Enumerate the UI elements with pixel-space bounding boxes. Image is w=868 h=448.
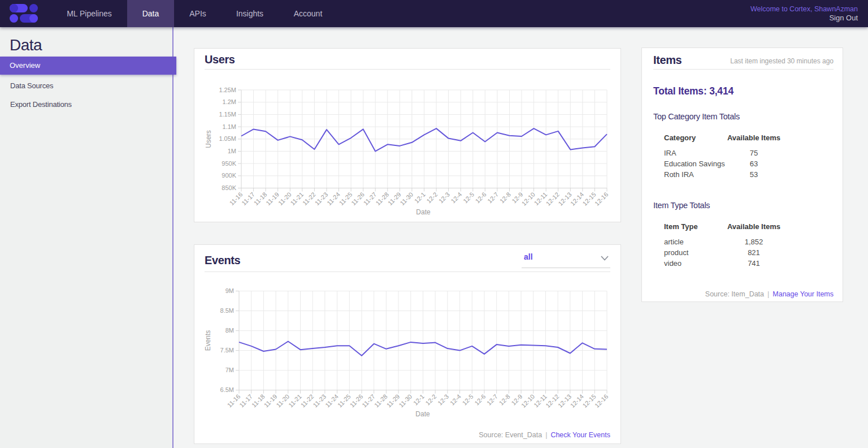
svg-text:12-14: 12-14: [568, 393, 584, 408]
svg-text:11-25: 11-25: [336, 393, 351, 408]
svg-text:12-16: 12-16: [593, 393, 609, 408]
svg-text:11-21: 11-21: [289, 191, 305, 206]
svg-text:7M: 7M: [225, 367, 233, 373]
svg-text:11-28: 11-28: [373, 393, 389, 408]
svg-text:900K: 900K: [222, 172, 236, 179]
svg-text:12-13: 12-13: [556, 393, 572, 408]
svg-text:12-3: 12-3: [436, 393, 450, 406]
svg-text:11-20: 11-20: [276, 191, 292, 206]
svg-text:11-20: 11-20: [275, 393, 290, 408]
svg-text:11-25: 11-25: [337, 191, 353, 206]
svg-text:12-1: 12-1: [411, 393, 425, 406]
svg-text:11-30: 11-30: [397, 393, 413, 408]
svg-text:12-12: 12-12: [544, 393, 560, 408]
svg-text:12-4: 12-4: [449, 191, 463, 204]
svg-text:12-5: 12-5: [462, 191, 475, 204]
svg-text:6.5M: 6.5M: [220, 386, 233, 393]
svg-text:12-8: 12-8: [497, 393, 511, 406]
svg-text:11-16: 11-16: [228, 191, 244, 206]
svg-text:1.05M: 1.05M: [219, 135, 236, 142]
svg-text:12-13: 12-13: [557, 191, 572, 206]
svg-text:850K: 850K: [222, 184, 236, 191]
svg-text:11-23: 11-23: [313, 191, 329, 206]
svg-text:11-18: 11-18: [250, 393, 266, 408]
svg-text:11-18: 11-18: [252, 191, 268, 206]
svg-text:12-15: 12-15: [581, 393, 597, 408]
svg-text:Date: Date: [416, 208, 431, 216]
svg-text:12-14: 12-14: [568, 191, 584, 206]
svg-text:1M: 1M: [227, 147, 236, 154]
svg-text:12-3: 12-3: [437, 191, 450, 204]
svg-text:11-17: 11-17: [240, 191, 256, 206]
svg-text:12-12: 12-12: [544, 191, 560, 206]
svg-text:12-15: 12-15: [581, 191, 597, 206]
svg-text:9M: 9M: [225, 287, 233, 294]
svg-text:Events: Events: [204, 330, 212, 351]
svg-text:11-29: 11-29: [385, 393, 401, 408]
svg-text:12-6: 12-6: [474, 191, 487, 204]
svg-text:12-5: 12-5: [461, 393, 474, 406]
svg-text:11-28: 11-28: [374, 191, 390, 206]
svg-text:11-30: 11-30: [398, 191, 414, 206]
svg-text:11-23: 11-23: [311, 393, 327, 408]
svg-text:12-2: 12-2: [424, 393, 437, 406]
svg-text:Date: Date: [415, 410, 430, 418]
svg-text:11-16: 11-16: [225, 393, 241, 408]
svg-text:11-24: 11-24: [324, 393, 340, 408]
svg-text:7.5M: 7.5M: [220, 347, 233, 354]
svg-text:1.2M: 1.2M: [222, 98, 236, 105]
svg-text:950K: 950K: [222, 160, 236, 166]
svg-text:12-10: 12-10: [520, 191, 536, 206]
svg-text:11-29: 11-29: [387, 191, 402, 206]
svg-text:12-7: 12-7: [486, 191, 500, 204]
svg-text:12-4: 12-4: [448, 393, 462, 406]
svg-text:8.5M: 8.5M: [220, 307, 233, 314]
svg-text:11-24: 11-24: [326, 191, 341, 206]
svg-text:11-27: 11-27: [362, 191, 377, 206]
svg-text:11-17: 11-17: [238, 393, 254, 408]
svg-text:8M: 8M: [225, 327, 233, 334]
svg-text:11-27: 11-27: [361, 393, 376, 408]
svg-text:11-19: 11-19: [262, 393, 278, 408]
svg-text:12-16: 12-16: [593, 191, 609, 206]
svg-text:12-10: 12-10: [519, 393, 535, 408]
svg-text:11-21: 11-21: [287, 393, 303, 408]
svg-text:1.25M: 1.25M: [219, 86, 236, 93]
svg-text:1.1M: 1.1M: [222, 123, 236, 130]
svg-text:11-19: 11-19: [264, 191, 280, 206]
svg-text:11-22: 11-22: [301, 191, 317, 206]
svg-text:12-6: 12-6: [473, 393, 487, 406]
svg-text:11-26: 11-26: [350, 191, 366, 206]
svg-text:12-1: 12-1: [413, 191, 426, 204]
svg-text:12-7: 12-7: [485, 393, 499, 406]
svg-text:Users: Users: [205, 130, 212, 148]
svg-text:11-26: 11-26: [348, 393, 364, 408]
svg-text:11-22: 11-22: [299, 393, 315, 408]
svg-text:1.15M: 1.15M: [219, 110, 236, 117]
svg-text:12-2: 12-2: [425, 191, 439, 204]
svg-text:12-8: 12-8: [498, 191, 511, 204]
